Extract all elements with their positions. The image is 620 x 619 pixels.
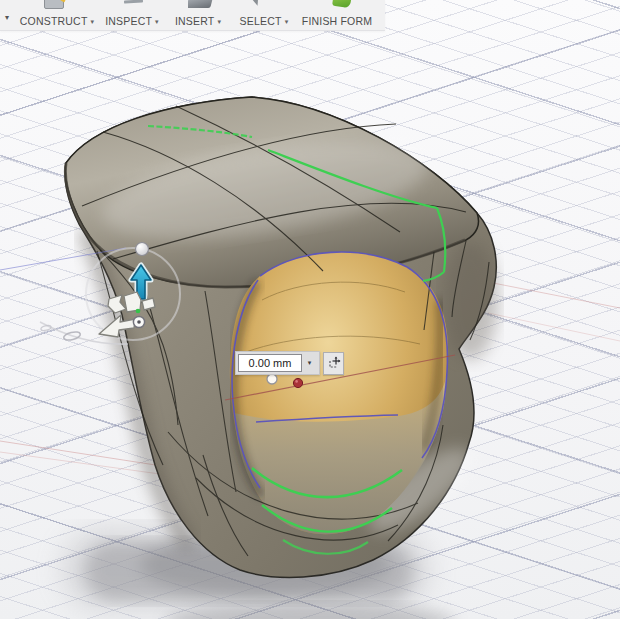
menu-insert-label: INSERT xyxy=(175,15,215,27)
numeric-input-position-icon xyxy=(327,356,341,370)
menu-finish-form[interactable]: FINISH FORM xyxy=(300,13,374,29)
menu-finish-form-label: FINISH FORM xyxy=(302,15,372,27)
chevron-down-icon: ▾ xyxy=(285,18,289,25)
scale-handle[interactable] xyxy=(40,325,51,332)
axis-point-handle[interactable] xyxy=(133,316,144,327)
finish-form-icon xyxy=(331,0,355,9)
menu-construct[interactable]: CONSTRUCT ▾ xyxy=(20,13,94,29)
fusion-form-viewport: ▾ CONSTRUCT ▾ INSPECT ▾ INSERT ▾ SELECT … xyxy=(0,0,620,619)
construct-plane-icon xyxy=(42,0,66,9)
model-canvas[interactable] xyxy=(0,0,620,619)
value-dropdown-button[interactable]: ▾ xyxy=(302,354,317,372)
sphere-handle[interactable] xyxy=(136,243,149,256)
numeric-input-position-button[interactable] xyxy=(323,352,344,375)
chevron-down-icon: ▾ xyxy=(155,18,159,25)
menu-inspect-label: INSPECT xyxy=(105,15,152,27)
center-point-highlight xyxy=(295,380,298,383)
menu-construct-label: CONSTRUCT xyxy=(20,15,88,27)
center-point-handle[interactable] xyxy=(293,378,302,387)
edge-midpoint-dot xyxy=(136,309,141,314)
inspect-measure-icon xyxy=(123,0,145,6)
edit-form-value-box: 0.00 mm ▾ xyxy=(235,351,344,375)
value-panel: 0.00 mm ▾ xyxy=(235,351,320,375)
menu-select[interactable]: SELECT ▾ xyxy=(236,13,292,29)
snap-point-handle[interactable] xyxy=(267,374,277,384)
toolbar-overflow-caret[interactable]: ▾ xyxy=(0,13,14,22)
chevron-down-icon: ▾ xyxy=(217,18,221,25)
offset-distance-input[interactable]: 0.00 mm xyxy=(238,354,302,372)
menu-inspect[interactable]: INSPECT ▾ xyxy=(102,13,162,29)
chevron-down-icon: ▾ xyxy=(91,18,95,25)
menu-insert[interactable]: INSERT ▾ xyxy=(170,13,226,29)
select-cursor-icon xyxy=(250,0,259,8)
form-toolbar: ▾ CONSTRUCT ▾ INSPECT ▾ INSERT ▾ SELECT … xyxy=(0,0,385,31)
menu-select-label: SELECT xyxy=(240,15,282,27)
insert-canvas-icon xyxy=(188,0,213,9)
